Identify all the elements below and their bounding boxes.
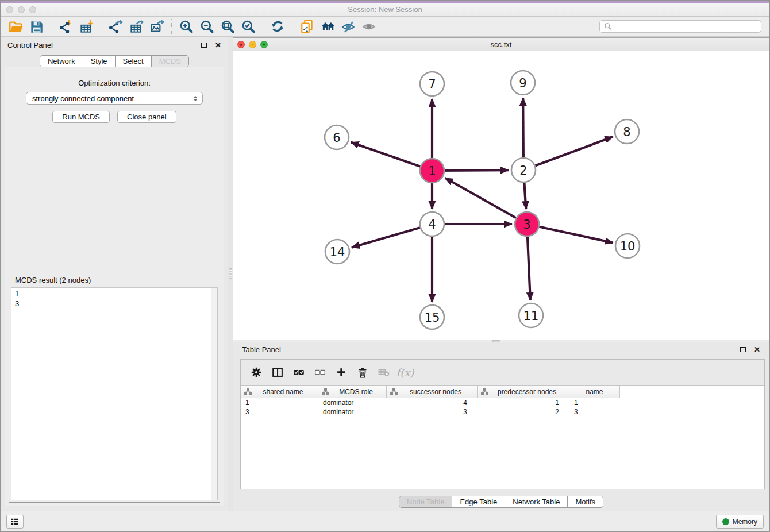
column-label: predecessor nodes bbox=[491, 388, 569, 396]
toolbar-separator bbox=[51, 19, 51, 34]
open-session-button[interactable] bbox=[5, 18, 26, 35]
memory-status-icon bbox=[722, 518, 729, 525]
vertical-splitter-handle[interactable] bbox=[229, 268, 232, 279]
clear-selection-button[interactable] bbox=[311, 364, 329, 381]
copy-network-button[interactable] bbox=[297, 18, 317, 35]
table-row[interactable]: 1dominator411 bbox=[241, 398, 764, 407]
column-header-predecessor-nodes[interactable]: predecessor nodes bbox=[478, 386, 569, 398]
mcds-result-list[interactable]: 13 bbox=[11, 287, 218, 500]
hide-selected-eye-icon bbox=[341, 19, 356, 34]
edge-2-8[interactable] bbox=[523, 137, 613, 170]
import-table-icon bbox=[79, 19, 94, 34]
cell-name[interactable]: 1 bbox=[569, 398, 620, 407]
zoom-in-button[interactable] bbox=[176, 18, 197, 35]
select-all-button[interactable] bbox=[290, 364, 307, 381]
node-label-6: 6 bbox=[333, 131, 340, 145]
vertical-splitter[interactable] bbox=[228, 37, 233, 511]
column-header-name[interactable]: name bbox=[569, 386, 620, 398]
mcds-result-item[interactable]: 3 bbox=[15, 299, 217, 309]
delete-columns-button[interactable] bbox=[354, 364, 371, 381]
network-graph: 7968124314101511 bbox=[233, 51, 770, 340]
float-panel-icon[interactable] bbox=[201, 43, 207, 48]
edge-3-10[interactable] bbox=[527, 224, 613, 242]
dropdown-stepper-icon bbox=[190, 96, 201, 101]
node-table-container: f(x) shared nameMCDS rolesuccessor nodes… bbox=[240, 359, 765, 489]
titlebar: Session: New Session bbox=[1, 3, 769, 17]
memory-button[interactable]: Memory bbox=[716, 515, 764, 529]
run-mcds-button[interactable]: Run MCDS bbox=[52, 111, 110, 123]
control-panel-tabs: NetworkStyleSelectMCDS bbox=[40, 55, 189, 67]
cell-MCDS-role[interactable]: dominator bbox=[318, 407, 387, 417]
selected-option: strongly connected component bbox=[32, 94, 190, 103]
export-image-button[interactable] bbox=[147, 18, 167, 35]
network-window-titlebar: × − + scc.txt bbox=[233, 38, 769, 51]
node-label-1: 1 bbox=[428, 164, 436, 178]
import-network-button[interactable] bbox=[55, 18, 76, 35]
main-toolbar bbox=[1, 17, 769, 37]
homes-button[interactable] bbox=[317, 18, 338, 35]
network-view-title: scc.txt bbox=[233, 40, 769, 49]
cell-MCDS-role[interactable]: dominator bbox=[318, 398, 387, 407]
task-history-button[interactable] bbox=[6, 515, 24, 529]
column-header-MCDS-role[interactable]: MCDS role bbox=[318, 386, 387, 398]
cell-successor-nodes[interactable]: 3 bbox=[387, 407, 478, 417]
search-input[interactable] bbox=[615, 21, 761, 32]
hierarchy-icon bbox=[244, 388, 252, 395]
select-all-icon bbox=[292, 366, 306, 379]
hierarchy-icon bbox=[390, 388, 398, 395]
result-scrollbar[interactable] bbox=[211, 288, 217, 500]
table-row[interactable]: 3dominator323 bbox=[241, 407, 764, 417]
zoom-out-button[interactable] bbox=[197, 18, 217, 35]
edge-3-1[interactable] bbox=[445, 178, 527, 224]
cell-name[interactable]: 3 bbox=[569, 407, 620, 417]
export-table-button[interactable] bbox=[126, 18, 147, 35]
column-header-successor-nodes[interactable]: successor nodes bbox=[387, 386, 478, 398]
clear-selection-icon bbox=[314, 366, 327, 379]
cell-shared-name[interactable]: 3 bbox=[241, 407, 318, 417]
add-column-button[interactable] bbox=[333, 364, 350, 381]
tab-edge-table[interactable]: Edge Table bbox=[452, 496, 505, 507]
import-table-button[interactable] bbox=[76, 18, 97, 35]
save-session-button[interactable] bbox=[26, 18, 47, 35]
edge-1-6[interactable] bbox=[351, 142, 432, 171]
node-label-14: 14 bbox=[330, 245, 345, 259]
tab-node-table[interactable]: Node Table bbox=[399, 496, 453, 507]
column-header-shared-name[interactable]: shared name bbox=[241, 386, 318, 398]
table-toolbar: f(x) bbox=[241, 360, 764, 386]
cell-shared-name[interactable]: 1 bbox=[241, 398, 318, 407]
cell-successor-nodes[interactable]: 4 bbox=[387, 398, 478, 407]
network-canvas[interactable]: 7968124314101511 bbox=[233, 51, 769, 340]
zoom-fit-button[interactable] bbox=[217, 18, 238, 35]
tab-mcds[interactable]: MCDS bbox=[152, 56, 188, 67]
optimization-criterion-select[interactable]: strongly connected component bbox=[26, 92, 203, 105]
column-label: shared name bbox=[254, 388, 318, 396]
hide-selected-eye-button[interactable] bbox=[338, 18, 359, 35]
export-network-button[interactable] bbox=[105, 18, 126, 35]
close-table-panel-icon[interactable]: ✕ bbox=[754, 346, 760, 353]
tab-network-table[interactable]: Network Table bbox=[505, 496, 568, 507]
node-label-9: 9 bbox=[519, 76, 526, 90]
apply-layout-button[interactable] bbox=[267, 18, 288, 35]
toolbar-separator bbox=[292, 19, 292, 34]
node-label-4: 4 bbox=[428, 218, 436, 232]
float-table-panel-icon[interactable] bbox=[740, 347, 746, 352]
tab-style[interactable]: Style bbox=[83, 56, 116, 67]
apply-function-icon: f(x) bbox=[396, 367, 414, 379]
open-session-icon bbox=[8, 19, 24, 34]
split-columns-button[interactable] bbox=[269, 364, 286, 381]
cell-predecessor-nodes[interactable]: 2 bbox=[478, 407, 569, 417]
tab-select[interactable]: Select bbox=[116, 56, 152, 67]
tab-motifs[interactable]: Motifs bbox=[568, 496, 603, 507]
table-settings-gear-button[interactable] bbox=[248, 364, 265, 381]
mcds-result-item[interactable]: 1 bbox=[15, 289, 217, 299]
tab-network[interactable]: Network bbox=[40, 56, 83, 67]
status-bar: Memory bbox=[1, 511, 769, 531]
close-panel-button[interactable]: Close panel bbox=[117, 111, 176, 123]
cell-predecessor-nodes[interactable]: 1 bbox=[478, 398, 569, 407]
zoom-fit-icon bbox=[220, 19, 236, 34]
node-label-2: 2 bbox=[519, 164, 527, 178]
table-panel-title: Table Panel bbox=[242, 345, 740, 354]
close-panel-icon[interactable]: ✕ bbox=[215, 41, 221, 49]
delete-columns-icon bbox=[356, 366, 369, 379]
zoom-selected-button[interactable] bbox=[238, 18, 259, 35]
